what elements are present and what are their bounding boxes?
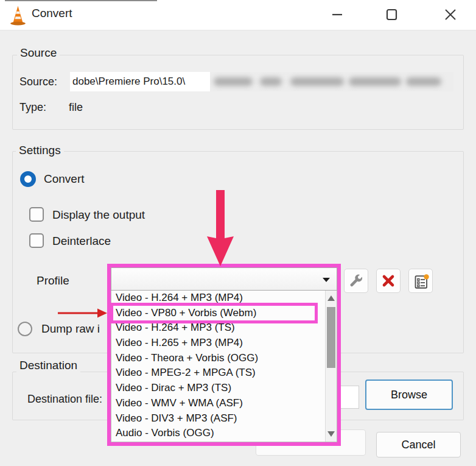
window-top-border [5, 0, 157, 1]
minimize-icon [331, 8, 344, 21]
close-icon [443, 7, 458, 22]
dropdown-item[interactable]: Audio - Vorbis (OGG) [111, 426, 337, 441]
type-field-label: Type: [19, 101, 46, 114]
display-output-checkbox[interactable] [29, 207, 44, 222]
source-groupbox [12, 55, 464, 130]
red-x-icon [381, 274, 396, 288]
dropdown-item-highlighted[interactable]: Video - VP80 + Vorbis (Webm) [111, 306, 337, 321]
redacted-source-path [210, 72, 453, 91]
destination-file-label: Destination file: [27, 393, 102, 406]
profile-dropdown-list: Video - H.264 + MP3 (MP4) Video - VP80 +… [111, 291, 337, 442]
display-output-label: Display the output [52, 208, 145, 222]
dropdown-item[interactable]: Video - H.265 + MP3 (MP4) [111, 336, 337, 351]
browse-button[interactable]: Browse [365, 380, 453, 410]
window-title: Convert [32, 7, 72, 20]
dropdown-item[interactable]: Video - Theora + Vorbis (OGG) [111, 351, 337, 366]
scroll-down-icon[interactable] [327, 431, 335, 437]
deinterlace-label: Deinterlace [52, 235, 111, 248]
convert-radio[interactable] [20, 171, 36, 187]
dropdown-item[interactable]: Video - MPEG-2 + MPGA (TS) [111, 365, 337, 381]
dropdown-item[interactable]: Video - H.264 + MP3 (MP4) [111, 291, 337, 306]
profile-combobox[interactable] [111, 267, 337, 291]
cancel-button[interactable]: Cancel [376, 432, 461, 457]
delete-profile-button[interactable] [376, 269, 401, 293]
new-profile-button[interactable] [408, 269, 433, 293]
source-field-label: Source: [19, 76, 57, 88]
title-bar: Convert [0, 0, 476, 30]
dump-raw-radio[interactable] [18, 322, 32, 336]
destination-group-label: Destination [16, 359, 80, 372]
dropdown-item[interactable]: Video - DIV3 + MP3 (ASF) [111, 411, 337, 426]
edit-profile-button[interactable] [344, 269, 368, 293]
minimize-button[interactable] [329, 7, 345, 23]
source-path-input[interactable]: dobe\Premiere Pro\15.0\ [70, 72, 210, 91]
scroll-up-icon[interactable] [327, 295, 335, 301]
source-group-label: Source [17, 46, 60, 60]
maximize-icon [385, 7, 399, 22]
wrench-icon [348, 273, 364, 289]
dump-raw-label: Dump raw i [41, 322, 107, 336]
scrollbar-thumb[interactable] [327, 307, 335, 368]
dropdown-item[interactable]: Video - WMV + WMA (ASF) [111, 396, 337, 411]
dropdown-scrollbar[interactable] [325, 291, 337, 442]
chevron-down-icon [323, 278, 330, 282]
type-value: file [69, 101, 83, 114]
convert-radio-label: Convert [44, 172, 85, 186]
dropdown-item[interactable]: Video - H.264 + MP3 (TS) [111, 320, 337, 336]
maximize-button[interactable] [384, 7, 400, 23]
profile-list-icon [413, 273, 429, 289]
deinterlace-checkbox[interactable] [29, 233, 44, 248]
settings-group-label: Settings [16, 144, 64, 157]
profile-label: Profile [37, 274, 69, 288]
close-button[interactable] [443, 7, 458, 23]
vlc-cone-icon [10, 5, 26, 26]
profile-combobox-value [111, 273, 115, 284]
dropdown-item[interactable]: Video - Dirac + MP3 (TS) [111, 381, 337, 396]
convert-dialog: Convert Source Source: dobe\Premiere Pro… [0, 0, 476, 466]
